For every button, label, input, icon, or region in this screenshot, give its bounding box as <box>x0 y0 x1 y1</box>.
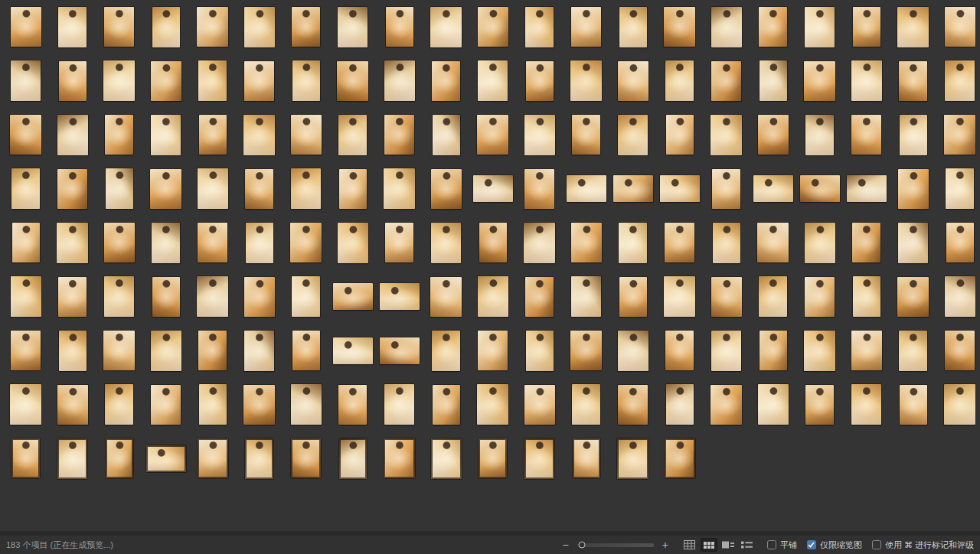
list-view-button[interactable] <box>739 538 756 552</box>
photo-thumbnail[interactable] <box>198 60 227 101</box>
photo-thumbnail[interactable] <box>759 7 787 47</box>
photo-thumbnail[interactable] <box>945 331 975 370</box>
details-view-button[interactable] <box>720 538 737 552</box>
photo-thumbnail[interactable] <box>800 175 840 202</box>
photo-thumbnail[interactable] <box>571 276 601 317</box>
photo-thumbnail[interactable] <box>665 223 694 262</box>
photo-thumbnail[interactable] <box>664 276 695 317</box>
photo-thumbnail[interactable] <box>151 61 181 101</box>
photo-thumbnail[interactable] <box>711 277 742 317</box>
photo-thumbnail[interactable] <box>945 276 975 317</box>
photo-thumbnail[interactable] <box>526 61 554 101</box>
photo-thumbnail[interactable] <box>57 223 88 263</box>
photo-thumbnail[interactable] <box>106 438 133 478</box>
photo-thumbnail[interactable] <box>853 276 880 317</box>
photo-thumbnail[interactable] <box>760 331 787 370</box>
photo-thumbnail[interactable] <box>847 175 887 202</box>
photo-thumbnail[interactable] <box>338 115 367 155</box>
photo-thumbnail[interactable] <box>333 337 373 364</box>
photo-thumbnail[interactable] <box>753 175 793 202</box>
photo-thumbnail[interactable] <box>197 276 228 317</box>
photo-thumbnail[interactable] <box>104 276 134 317</box>
photo-thumbnail[interactable] <box>664 7 695 47</box>
photo-thumbnail[interactable] <box>333 283 373 310</box>
photo-thumbnail[interactable] <box>944 115 975 155</box>
photo-thumbnail[interactable] <box>898 169 929 209</box>
photo-thumbnail[interactable] <box>199 115 227 155</box>
checkbox[interactable] <box>767 540 776 549</box>
photo-thumbnail[interactable] <box>10 115 41 155</box>
photo-thumbnail[interactable] <box>292 7 320 47</box>
zoom-in-button[interactable]: + <box>661 539 670 550</box>
photo-thumbnail[interactable] <box>570 60 602 101</box>
photo-thumbnail[interactable] <box>290 223 322 262</box>
photo-thumbnail[interactable] <box>291 384 322 425</box>
photo-thumbnail[interactable] <box>478 7 508 47</box>
photo-thumbnail[interactable] <box>758 115 789 155</box>
photo-thumbnail[interactable] <box>11 276 41 317</box>
photo-thumbnail[interactable] <box>152 223 180 263</box>
photo-thumbnail[interactable] <box>244 7 275 47</box>
photo-thumbnail[interactable] <box>757 223 789 262</box>
photo-thumbnail[interactable] <box>292 331 320 370</box>
photo-thumbnail[interactable] <box>151 115 181 155</box>
photo-thumbnail[interactable] <box>386 7 413 47</box>
photo-thumbnail[interactable] <box>57 438 87 479</box>
photo-thumbnail[interactable] <box>759 276 787 317</box>
photo-thumbnail[interactable] <box>11 168 40 209</box>
checkbox-use-cmd-rating[interactable]: 使用 ⌘ 进行标记和评级 <box>872 539 974 551</box>
photo-thumbnail[interactable] <box>804 331 835 371</box>
photo-thumbnail[interactable] <box>853 7 880 47</box>
photo-thumbnail[interactable] <box>524 438 554 479</box>
photo-thumbnail[interactable] <box>711 61 741 101</box>
photo-thumbnail[interactable] <box>617 438 648 479</box>
thumbnail-size-slider[interactable] <box>577 543 654 547</box>
photo-thumbnail[interactable] <box>198 331 227 370</box>
photo-thumbnail[interactable] <box>380 283 420 310</box>
photo-thumbnail[interactable] <box>57 169 87 209</box>
photo-thumbnail[interactable] <box>711 7 742 47</box>
photo-thumbnail[interactable] <box>618 115 648 155</box>
photo-thumbnail[interactable] <box>146 445 186 472</box>
photo-thumbnail[interactable] <box>898 223 928 263</box>
photo-thumbnail[interactable] <box>473 175 513 202</box>
photo-thumbnail[interactable] <box>338 223 368 263</box>
photo-thumbnail[interactable] <box>945 60 975 101</box>
photo-thumbnail[interactable] <box>245 169 273 209</box>
photo-thumbnail[interactable] <box>246 223 273 263</box>
photo-thumbnail[interactable] <box>665 331 694 370</box>
grid-view-button[interactable] <box>681 538 698 552</box>
photo-thumbnail[interactable] <box>152 7 180 47</box>
thumbnail-view-button[interactable] <box>701 538 717 552</box>
photo-thumbnail[interactable] <box>152 277 180 317</box>
photo-thumbnail[interactable] <box>900 385 927 425</box>
photo-thumbnail[interactable] <box>384 60 415 101</box>
photo-thumbnail[interactable] <box>10 384 41 425</box>
photo-thumbnail[interactable] <box>525 7 554 47</box>
photo-thumbnail[interactable] <box>433 115 460 155</box>
photo-thumbnail[interactable] <box>431 169 462 209</box>
photo-thumbnail[interactable] <box>103 60 135 101</box>
photo-thumbnail[interactable] <box>571 223 602 262</box>
photo-thumbnail[interactable] <box>613 175 653 202</box>
checkbox-tile[interactable]: 平铺 <box>767 539 797 551</box>
photo-thumbnail[interactable] <box>524 169 554 209</box>
photo-thumbnail[interactable] <box>805 277 835 317</box>
photo-thumbnail[interactable] <box>12 223 40 262</box>
photo-thumbnail[interactable] <box>479 223 507 262</box>
photo-thumbnail[interactable] <box>432 61 460 101</box>
photo-thumbnail[interactable] <box>526 331 554 371</box>
photo-thumbnail[interactable] <box>524 385 555 425</box>
photo-thumbnail[interactable] <box>103 331 135 370</box>
photo-thumbnail[interactable] <box>430 277 462 317</box>
photo-thumbnail[interactable] <box>431 223 461 263</box>
photo-thumbnail[interactable] <box>478 276 508 317</box>
photo-thumbnail[interactable] <box>385 223 413 262</box>
photo-thumbnail[interactable] <box>479 438 507 478</box>
photo-thumbnail[interactable] <box>11 331 41 370</box>
photo-thumbnail[interactable] <box>897 7 929 47</box>
photo-thumbnail[interactable] <box>665 60 694 101</box>
photo-thumbnail[interactable] <box>711 331 741 371</box>
photo-thumbnail[interactable] <box>338 7 368 47</box>
photo-thumbnail[interactable] <box>59 61 87 101</box>
